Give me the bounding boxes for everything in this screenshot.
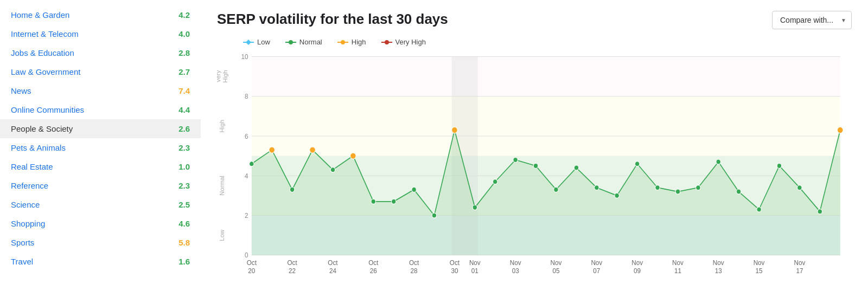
sidebar-item-science[interactable]: Science 2.5 bbox=[0, 195, 201, 214]
svg-point-41 bbox=[473, 205, 477, 210]
sidebar-item-jobs-education[interactable]: Jobs & Education 2.8 bbox=[0, 43, 201, 62]
svg-point-36 bbox=[371, 199, 376, 204]
svg-text:4: 4 bbox=[245, 172, 248, 180]
sidebar-item-pets-animals[interactable]: Pets & Animals 2.3 bbox=[0, 138, 201, 157]
sidebar-item-travel[interactable]: Travel 1.6 bbox=[0, 252, 201, 271]
sidebar-item-value: 2.3 bbox=[178, 181, 190, 190]
compare-dropdown[interactable]: Compare with... bbox=[772, 11, 852, 29]
compare-wrapper[interactable]: Compare with... bbox=[772, 11, 852, 29]
sidebar-item-value: 2.3 bbox=[178, 143, 190, 152]
svg-text:03: 03 bbox=[512, 267, 519, 275]
legend-label-high: High bbox=[352, 38, 366, 46]
legend-item-very-high: Very High bbox=[381, 38, 426, 46]
sidebar-item-label: Science bbox=[11, 200, 40, 209]
sidebar-item-label: Home & Garden bbox=[11, 10, 69, 20]
sidebar-item-value: 2.6 bbox=[178, 124, 190, 133]
svg-point-52 bbox=[696, 185, 701, 190]
main-content: SERP volatility for the last 30 days Com… bbox=[201, 0, 868, 297]
svg-text:2: 2 bbox=[245, 212, 248, 220]
sidebar-item-shopping[interactable]: Shopping 4.6 bbox=[0, 214, 201, 233]
svg-point-47 bbox=[595, 185, 599, 190]
svg-point-5 bbox=[341, 40, 345, 44]
svg-point-43 bbox=[513, 157, 518, 162]
svg-point-7 bbox=[385, 40, 389, 44]
sidebar-item-home-garden[interactable]: Home & Garden 4.2 bbox=[0, 5, 201, 24]
svg-text:15: 15 bbox=[756, 267, 763, 275]
legend-item-high: High bbox=[337, 38, 366, 46]
sidebar-item-label: Online Communities bbox=[11, 105, 84, 114]
sidebar-item-real-estate[interactable]: Real Estate 1.0 bbox=[0, 157, 201, 176]
svg-text:Nov: Nov bbox=[754, 259, 765, 267]
sidebar-item-reference[interactable]: Reference 2.3 bbox=[0, 176, 201, 195]
sidebar-item-news[interactable]: News 7.4 bbox=[0, 81, 201, 100]
svg-text:Nov: Nov bbox=[713, 259, 725, 267]
svg-text:Low: Low bbox=[219, 230, 225, 241]
svg-text:Normal: Normal bbox=[219, 176, 225, 196]
svg-point-53 bbox=[716, 159, 721, 164]
svg-point-38 bbox=[412, 187, 417, 192]
svg-point-48 bbox=[615, 193, 620, 198]
svg-text:8: 8 bbox=[245, 93, 248, 101]
svg-point-56 bbox=[777, 163, 782, 168]
sidebar-item-label: Internet & Telecom bbox=[11, 29, 79, 38]
sidebar-item-label: Travel bbox=[11, 257, 33, 266]
legend-item-low: Low bbox=[243, 38, 270, 46]
svg-text:22: 22 bbox=[289, 267, 296, 275]
svg-text:0: 0 bbox=[245, 251, 248, 260]
svg-text:Nov: Nov bbox=[794, 259, 806, 267]
sidebar-item-label: Pets & Animals bbox=[11, 143, 66, 152]
svg-point-40 bbox=[452, 127, 458, 133]
svg-text:Oct: Oct bbox=[450, 259, 460, 267]
svg-text:24: 24 bbox=[329, 267, 336, 275]
svg-text:Oct: Oct bbox=[409, 259, 419, 267]
sidebar-item-people-society[interactable]: People & Society 2.6 bbox=[0, 119, 201, 138]
svg-point-39 bbox=[432, 213, 437, 218]
sidebar-item-value: 2.5 bbox=[178, 200, 190, 209]
chart-title: SERP volatility for the last 30 days bbox=[217, 11, 448, 28]
svg-text:11: 11 bbox=[674, 267, 681, 275]
sidebar-item-label: Shopping bbox=[11, 219, 45, 228]
svg-point-49 bbox=[635, 162, 640, 166]
svg-text:6: 6 bbox=[245, 132, 248, 140]
svg-text:10: 10 bbox=[241, 53, 248, 61]
chart-area: 0246810VeryHighHighNormalLowOct20Oct22Oc… bbox=[217, 50, 852, 286]
svg-text:17: 17 bbox=[796, 267, 803, 275]
svg-text:Oct: Oct bbox=[247, 259, 257, 267]
svg-point-34 bbox=[330, 167, 335, 172]
sidebar-item-label: News bbox=[11, 86, 31, 95]
sidebar-item-law-government[interactable]: Law & Government 2.7 bbox=[0, 62, 201, 81]
svg-text:01: 01 bbox=[471, 267, 478, 275]
svg-text:09: 09 bbox=[634, 267, 641, 275]
sidebar-item-value: 2.8 bbox=[178, 48, 190, 57]
svg-marker-1 bbox=[246, 40, 251, 45]
svg-point-3 bbox=[289, 40, 293, 44]
svg-text:30: 30 bbox=[451, 267, 458, 275]
svg-point-59 bbox=[837, 127, 843, 133]
sidebar-item-sports[interactable]: Sports 5.8 bbox=[0, 233, 201, 252]
svg-text:28: 28 bbox=[411, 267, 418, 275]
sidebar-item-internet-telecom[interactable]: Internet & Telecom 4.0 bbox=[0, 24, 201, 43]
svg-point-30 bbox=[250, 162, 254, 166]
svg-point-54 bbox=[736, 189, 741, 194]
sidebar-item-value: 4.4 bbox=[178, 105, 190, 114]
sidebar-item-value: 4.2 bbox=[178, 10, 190, 20]
svg-point-31 bbox=[269, 147, 275, 153]
legend-icon-high bbox=[337, 38, 348, 46]
svg-point-57 bbox=[797, 185, 802, 190]
sidebar-item-label: People & Society bbox=[11, 124, 73, 133]
svg-text:Oct: Oct bbox=[288, 259, 298, 267]
svg-text:High: High bbox=[222, 70, 229, 83]
svg-text:High: High bbox=[219, 120, 225, 133]
sidebar-item-value: 1.0 bbox=[178, 162, 190, 171]
svg-point-50 bbox=[655, 185, 660, 190]
sidebar-item-label: Real Estate bbox=[11, 162, 53, 171]
chart-svg: 0246810VeryHighHighNormalLowOct20Oct22Oc… bbox=[217, 50, 852, 286]
sidebar-item-online-communities[interactable]: Online Communities 4.4 bbox=[0, 100, 201, 119]
svg-text:07: 07 bbox=[593, 267, 600, 275]
svg-text:Nov: Nov bbox=[551, 259, 563, 267]
sidebar-item-label: Sports bbox=[11, 238, 34, 247]
svg-text:26: 26 bbox=[370, 267, 377, 275]
svg-point-32 bbox=[290, 187, 295, 192]
svg-text:Nov: Nov bbox=[510, 259, 522, 267]
sidebar-item-label: Law & Government bbox=[11, 67, 80, 76]
